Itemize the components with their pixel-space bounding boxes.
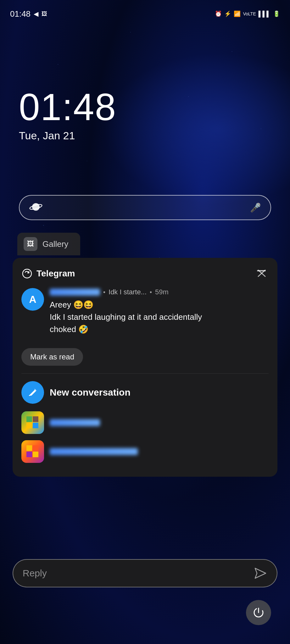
microphone-icon[interactable]: 🎤 <box>250 203 261 213</box>
svg-rect-10 <box>26 445 32 451</box>
search-bar[interactable]: 🎤 <box>19 195 271 220</box>
svg-rect-12 <box>26 452 32 457</box>
message-line-1: Areey 😆😆 <box>50 299 269 311</box>
new-conversation-label: New conversation <box>50 387 131 398</box>
mark-as-read-label: Mark as read <box>30 353 74 361</box>
alarm-icon: ⏰ <box>215 10 222 17</box>
notification-divider <box>21 373 269 374</box>
svg-marker-14 <box>255 568 266 578</box>
volte-icon: VoLTE <box>243 11 256 16</box>
conv-name-1-blurred <box>50 419 100 426</box>
status-left: 01:48 ◀ 🖼 <box>10 9 47 19</box>
svg-rect-7 <box>33 416 38 422</box>
wifi-icon: 📶 <box>234 10 241 17</box>
gallery-app-icon: 🖼 <box>24 237 37 251</box>
reply-send-button[interactable] <box>252 565 267 581</box>
pencil-icon <box>27 387 38 398</box>
power-icon <box>252 606 265 619</box>
gallery-status-icon: 🖼 <box>42 11 47 17</box>
conversation-item-1[interactable] <box>21 411 269 434</box>
message-time: 59m <box>155 288 169 296</box>
status-right: ⏰ ⚡ 📶 VoLTE ▌▌▌ 🔋 <box>215 10 280 17</box>
message-meta: • Idk I starte... • 59m <box>50 288 269 296</box>
planet-icon <box>29 200 43 214</box>
message-line-2: Idk I started laughing at it and acciden… <box>50 311 269 323</box>
lock-time: 01:48 <box>19 88 116 126</box>
notification-close-button[interactable] <box>255 267 269 280</box>
mark-as-read-button[interactable]: Mark as read <box>21 348 83 366</box>
bluetooth-icon: ⚡ <box>224 10 231 17</box>
lock-date: Tue, Jan 21 <box>19 130 116 142</box>
svg-rect-11 <box>33 445 38 451</box>
close-dismiss-icon <box>256 268 268 280</box>
new-conversation-icon <box>21 381 44 404</box>
gallery-label: Gallery <box>42 239 68 249</box>
meta-dot-1: • <box>103 289 105 296</box>
send-icon <box>253 566 266 580</box>
game-icon <box>25 444 41 459</box>
telegram-refresh-icon <box>21 268 33 279</box>
message-line-3: choked 🤣 <box>50 323 269 336</box>
gallery-peek: 🖼 Gallery <box>17 233 80 255</box>
sender-name-blurred <box>50 289 100 296</box>
minecraft-icon <box>25 415 41 430</box>
battery-icon: 🔋 <box>273 10 280 17</box>
reply-bar[interactable]: Reply <box>13 559 277 587</box>
app-info: Telegram <box>21 268 75 279</box>
conv-name-2-blurred <box>50 448 138 455</box>
reply-input[interactable]: Reply <box>23 568 47 579</box>
navigation-icon: ◀ <box>34 10 38 18</box>
sender-avatar: A <box>21 288 44 311</box>
lock-clock-area: 01:48 Tue, Jan 21 <box>19 88 116 142</box>
svg-rect-6 <box>26 416 32 422</box>
notification-header: Telegram <box>21 267 269 280</box>
status-time: 01:48 <box>10 9 31 19</box>
avatar-initial: A <box>29 294 36 305</box>
conv-app-icon-2 <box>21 440 44 463</box>
message-preview-text: Idk I starte... <box>109 288 147 296</box>
svg-rect-9 <box>33 423 38 428</box>
conv-app-icon-1 <box>21 411 44 434</box>
conversation-item-2[interactable] <box>21 440 269 463</box>
telegram-notification-card: Telegram A • Idk I starte... • <box>13 258 277 477</box>
search-logo-icon <box>29 200 43 215</box>
power-button[interactable] <box>246 600 271 625</box>
telegram-icon-svg <box>21 268 33 279</box>
status-bar: 01:48 ◀ 🖼 ⏰ ⚡ 📶 VoLTE ▌▌▌ 🔋 <box>0 0 290 22</box>
meta-dot-2: • <box>150 289 152 296</box>
message-body: Areey 😆😆 Idk I started laughing at it an… <box>50 299 269 336</box>
app-name: Telegram <box>36 269 75 279</box>
message-content: • Idk I starte... • 59m Areey 😆😆 Idk I s… <box>50 288 269 336</box>
new-conversation-row[interactable]: New conversation <box>21 381 269 404</box>
svg-rect-13 <box>33 452 38 457</box>
svg-rect-8 <box>26 423 32 428</box>
message-row: A • Idk I starte... • 59m Areey 😆😆 Idk I… <box>21 288 269 336</box>
signal-icon: ▌▌▌ <box>259 11 270 17</box>
